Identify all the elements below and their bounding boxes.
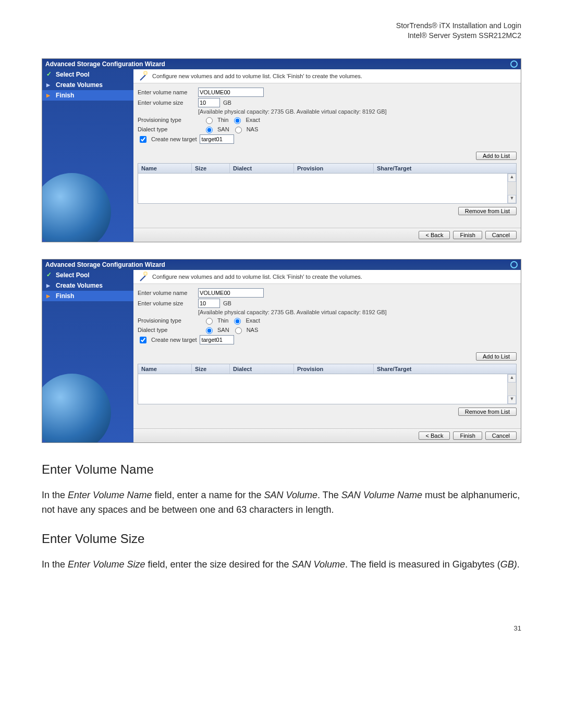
provisioning-exact-radio[interactable] xyxy=(234,117,241,124)
volume-name-input[interactable] xyxy=(198,88,264,97)
sidebar-step-create-volumes[interactable]: Create Volumes xyxy=(42,280,133,291)
grid-rows-area xyxy=(138,174,507,203)
grid-header-dialect: Dialect xyxy=(230,364,294,374)
dialect-label: Dialect type xyxy=(138,126,195,132)
globe-graphic xyxy=(42,374,111,442)
volume-list-grid[interactable]: Name Size Dialect Provision Share/Target… xyxy=(138,364,517,404)
wizard-title-text: Advanced Storage Configuration Wizard xyxy=(45,261,165,268)
dialect-san-label: SAN xyxy=(217,327,229,333)
sidebar-step-label: Select Pool xyxy=(56,71,90,78)
wizard-screenshot-1: Advanced Storage Configuration Wizard Se… xyxy=(42,58,521,242)
grid-header-size: Size xyxy=(192,364,230,374)
volume-size-label: Enter volume size xyxy=(138,300,195,306)
check-icon xyxy=(46,71,53,78)
instruction-text: Configure new volumes and add to volume … xyxy=(152,73,362,79)
paragraph-volume-name: In the Enter Volume Name field, enter a … xyxy=(42,488,521,517)
remove-from-list-button[interactable]: Remove from List xyxy=(458,408,517,416)
provisioning-thin-radio[interactable] xyxy=(206,318,213,325)
page-header: StorTrends® iTX Installation and Login I… xyxy=(42,21,521,41)
create-target-checkbox[interactable] xyxy=(140,337,146,343)
check-icon xyxy=(46,272,53,278)
wizard-title-text: Advanced Storage Configuration Wizard xyxy=(45,60,165,68)
wand-icon xyxy=(138,272,147,281)
heading-enter-volume-size: Enter Volume Size xyxy=(42,529,521,548)
sidebar-step-finish[interactable]: Finish xyxy=(42,90,133,101)
provisioning-label: Provisioning type xyxy=(138,117,195,123)
volume-name-label: Enter volume name xyxy=(138,290,195,296)
add-to-list-button[interactable]: Add to List xyxy=(476,352,517,361)
page-number: 31 xyxy=(42,624,521,632)
finish-button[interactable]: Finish xyxy=(453,431,482,440)
grid-header-size: Size xyxy=(192,164,230,173)
dialect-nas-label: NAS xyxy=(247,126,259,132)
grid-rows-area xyxy=(138,374,507,404)
volume-size-label: Enter volume size xyxy=(138,100,195,106)
scroll-up-icon[interactable]: ▲ xyxy=(508,374,516,382)
refresh-icon[interactable] xyxy=(510,261,518,268)
grid-header-provision: Provision xyxy=(294,164,374,173)
remove-from-list-button[interactable]: Remove from List xyxy=(458,207,517,215)
provisioning-exact-radio[interactable] xyxy=(234,318,241,325)
dialect-label: Dialect type xyxy=(138,327,195,333)
heading-enter-volume-name: Enter Volume Name xyxy=(42,460,521,479)
dialect-nas-radio[interactable] xyxy=(235,127,242,133)
dialect-san-radio[interactable] xyxy=(206,127,213,133)
create-target-checkbox[interactable] xyxy=(140,136,146,143)
arrow-icon xyxy=(46,92,53,98)
volume-size-unit: GB xyxy=(223,300,231,306)
back-button[interactable]: < Back xyxy=(419,231,450,239)
capacity-note: [Available physical capacity: 2735 GB. A… xyxy=(198,309,517,315)
create-target-input[interactable] xyxy=(200,335,234,344)
provisioning-exact-label: Exact xyxy=(246,117,260,123)
refresh-icon[interactable] xyxy=(510,60,518,68)
arrow-icon xyxy=(46,282,53,289)
dialect-san-radio[interactable] xyxy=(206,327,213,334)
grid-header-share-target: Share/Target xyxy=(374,364,516,374)
cancel-button[interactable]: Cancel xyxy=(485,231,517,239)
volume-size-input[interactable] xyxy=(198,299,220,308)
sidebar-step-select-pool[interactable]: Select Pool xyxy=(42,69,133,80)
provisioning-thin-radio[interactable] xyxy=(206,117,213,124)
grid-header-dialect: Dialect xyxy=(230,164,294,173)
create-target-label: Create new target xyxy=(151,337,197,343)
sidebar-step-label: Finish xyxy=(56,92,74,99)
volume-size-input[interactable] xyxy=(198,98,220,107)
sidebar-step-create-volumes[interactable]: Create Volumes xyxy=(42,80,133,90)
dialect-san-label: SAN xyxy=(217,126,229,132)
volume-name-input[interactable] xyxy=(198,288,264,298)
sidebar-step-finish[interactable]: Finish xyxy=(42,291,133,301)
volume-name-label: Enter volume name xyxy=(138,89,195,95)
volume-list-grid[interactable]: Name Size Dialect Provision Share/Target… xyxy=(138,163,517,204)
provisioning-thin-label: Thin xyxy=(217,317,228,324)
wizard-sidebar: Select Pool Create Volumes Finish xyxy=(42,69,133,242)
dialect-nas-radio[interactable] xyxy=(235,327,242,334)
sidebar-step-select-pool[interactable]: Select Pool xyxy=(42,270,133,280)
wizard-main-panel: Configure new volumes and add to volume … xyxy=(133,270,521,442)
back-button[interactable]: < Back xyxy=(419,431,450,440)
grid-scrollbar[interactable]: ▲ ▼ xyxy=(507,174,516,203)
finish-button[interactable]: Finish xyxy=(453,231,482,239)
wizard-screenshot-2: Advanced Storage Configuration Wizard Se… xyxy=(42,259,521,443)
create-target-input[interactable] xyxy=(200,134,234,144)
wizard-sidebar: Select Pool Create Volumes Finish xyxy=(42,270,133,442)
sidebar-step-label: Finish xyxy=(56,292,74,300)
header-line-2: Intel® Server System SSR212MC2 xyxy=(42,31,521,41)
grid-header-name: Name xyxy=(138,164,192,173)
grid-header-name: Name xyxy=(138,364,192,374)
scroll-up-icon[interactable]: ▲ xyxy=(508,174,516,182)
header-line-1: StorTrends® iTX Installation and Login xyxy=(42,21,521,31)
sidebar-step-label: Select Pool xyxy=(56,272,90,279)
add-to-list-button[interactable]: Add to List xyxy=(476,152,517,160)
scroll-down-icon[interactable]: ▼ xyxy=(508,195,516,203)
provisioning-label: Provisioning type xyxy=(138,317,195,324)
cancel-button[interactable]: Cancel xyxy=(485,431,517,440)
instruction-text: Configure new volumes and add to volume … xyxy=(152,274,362,280)
sidebar-step-label: Create Volumes xyxy=(56,81,103,89)
create-target-label: Create new target xyxy=(151,136,197,142)
dialect-nas-label: NAS xyxy=(247,327,259,333)
globe-graphic xyxy=(42,173,111,242)
volume-size-unit: GB xyxy=(223,100,231,106)
scroll-down-icon[interactable]: ▼ xyxy=(508,396,516,404)
grid-scrollbar[interactable]: ▲ ▼ xyxy=(507,374,516,404)
wizard-main-panel: Configure new volumes and add to volume … xyxy=(133,69,521,242)
